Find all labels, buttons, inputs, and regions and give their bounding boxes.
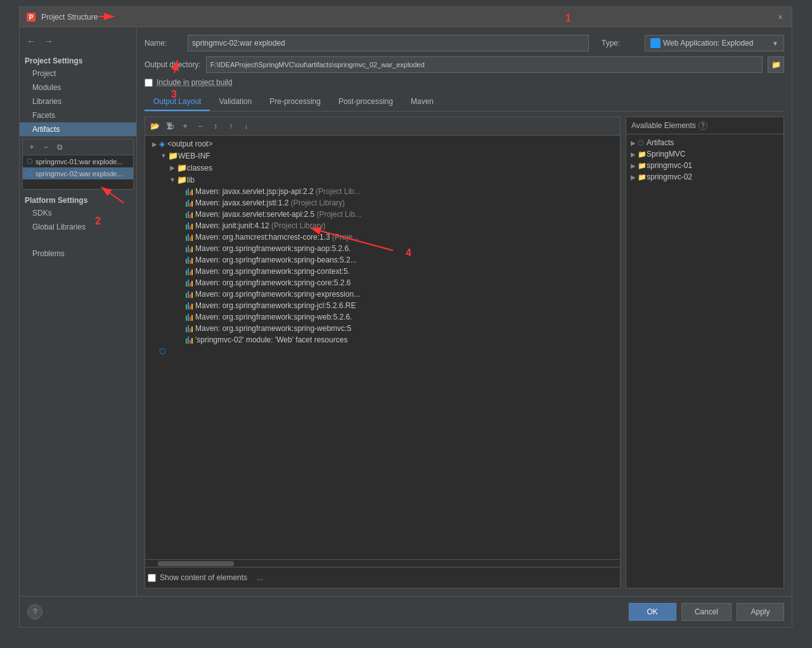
jar-icon	[186, 257, 193, 264]
tree-node-jar[interactable]: Maven: org.springframework:spring-core:5…	[145, 277, 620, 288]
archive-icon: 🗜	[166, 122, 174, 131]
include-build-checkbox[interactable]	[145, 79, 153, 87]
horizontal-scrollbar[interactable]	[145, 559, 620, 567]
avail-node-label: SpringMVC	[647, 150, 685, 159]
folder-icon: 📁	[177, 163, 187, 172]
expand-icon: ▶	[629, 139, 638, 146]
tree-node-jar[interactable]: Maven: junit:junit:4.12 (Project Library…	[145, 220, 620, 231]
artifact-copy-button[interactable]: ⧉	[53, 141, 66, 153]
chevron-down-icon: ▼	[772, 40, 778, 47]
tree-node-jar[interactable]: Maven: org.springframework:spring-aop:5.…	[145, 243, 620, 254]
tree-node-label: Maven: junit:junit:4.12 (Project Library…	[195, 221, 325, 230]
sidebar-nav: ← →	[20, 32, 136, 50]
tree-node-lib[interactable]: ▼ 📁 lib	[145, 174, 620, 186]
show-content-checkbox[interactable]	[148, 574, 156, 582]
close-button[interactable]: ×	[775, 12, 785, 22]
tree-node-jar[interactable]: Maven: javax.servlet.jsp:jsp-api:2.2 (Pr…	[145, 186, 620, 197]
artifact-list-item[interactable]: ⬡ springmvc-02:war explode...	[23, 167, 133, 179]
sidebar-item-facets[interactable]: Facets	[20, 108, 136, 122]
sidebar-item-sdks[interactable]: SDKs	[20, 206, 136, 220]
show-content-label[interactable]: Show content of elements	[160, 573, 247, 582]
svg-text:P: P	[29, 14, 34, 21]
tree-node-jar[interactable]: Maven: org.springframework:spring-jcl:5.…	[145, 300, 620, 311]
archive-button[interactable]: 🗜	[163, 119, 177, 133]
avail-springmvc-node[interactable]: ▶ 📁 SpringMVC	[626, 148, 783, 160]
main-panel: Name: Type: Web Application: Exploded ▼ …	[137, 27, 792, 596]
tree-node-jar[interactable]: Maven: org.hamcrest:hamcrest-core:1.3 (P…	[145, 231, 620, 243]
avail-artifacts-node[interactable]: ▶ ⬡ Artifacts	[626, 137, 783, 148]
artifact-add-button[interactable]: +	[25, 141, 38, 153]
tree-node-classes[interactable]: ▶ 📁 classes	[145, 162, 620, 174]
browse-folder-button[interactable]: 📁	[768, 56, 784, 73]
add-element-button[interactable]: +	[178, 119, 192, 133]
nav-forward-button[interactable]: →	[42, 35, 55, 48]
move-down-button[interactable]: ↓	[239, 119, 253, 133]
sort-button[interactable]: ↕	[209, 119, 222, 133]
tab-maven[interactable]: Maven	[402, 93, 442, 111]
tree-node-jar[interactable]: Maven: org.springframework:spring-expres…	[145, 288, 620, 300]
ok-button[interactable]: OK	[629, 603, 676, 621]
tree-node-jar[interactable]: Maven: org.springframework:spring-web:5.…	[145, 311, 620, 323]
tree-node-output-root[interactable]: ▶ ◈ <output root>	[145, 138, 620, 150]
artifact-remove-button[interactable]: −	[39, 141, 52, 153]
type-icon	[650, 38, 661, 48]
tree-node-module-resource[interactable]: ▶ ⬡	[145, 346, 620, 357]
sort-icon: ↕	[214, 122, 217, 131]
sidebar: ← → Project Settings Project Modules Lib…	[20, 27, 137, 596]
tree-node-jar[interactable]: 'springmvc-02' module: 'Web' facet resou…	[145, 334, 620, 346]
jar-icon	[186, 291, 193, 298]
arrow-down-icon: ↓	[244, 122, 248, 131]
tree-node-jar[interactable]: Maven: javax.servlet:servlet-api:2.5 (Pr…	[145, 209, 620, 220]
tree-node-jar[interactable]: Maven: javax.servlet:jstl:1.2 (Project L…	[145, 197, 620, 209]
sidebar-item-project[interactable]: Project	[20, 67, 136, 81]
tab-output-layout[interactable]: Output Layout	[145, 93, 210, 111]
cancel-button[interactable]: Cancel	[681, 603, 731, 621]
avail-springmvc01-node[interactable]: ▶ 📁 springmvc-01	[626, 160, 783, 171]
tab-post-processing[interactable]: Post-processing	[330, 93, 402, 111]
help-icon[interactable]: ?	[699, 121, 707, 130]
apply-button[interactable]: Apply	[737, 603, 784, 621]
sidebar-item-global-libraries[interactable]: Global Libraries	[20, 220, 136, 234]
tree-node-label: Maven: org.springframework:spring-expres…	[195, 290, 360, 299]
tab-pre-processing[interactable]: Pre-processing	[261, 93, 330, 111]
expand-icon: ▼	[168, 176, 177, 183]
artifact-list-item[interactable]: ⬡ springmvc-01:war explode...	[23, 155, 133, 167]
type-selector[interactable]: Web Application: Exploded ▼	[645, 35, 784, 51]
help-button[interactable]: ?	[27, 604, 42, 619]
folder-icon: 📁	[177, 175, 187, 185]
sidebar-item-modules[interactable]: Modules	[20, 81, 136, 94]
remove-element-button[interactable]: −	[193, 119, 207, 133]
tree-node-label: WEB-INF	[178, 152, 210, 160]
output-tree[interactable]: ▶ ◈ <output root> ▼ 📁 WEB-INF	[145, 136, 620, 559]
sidebar-item-libraries[interactable]: Libraries	[20, 94, 136, 108]
tree-node-jar[interactable]: Maven: org.springframework:spring-webmvc…	[145, 323, 620, 334]
show-content-more-button[interactable]: ...	[254, 571, 266, 584]
tree-node-webinf[interactable]: ▼ 📁 WEB-INF	[145, 150, 620, 162]
jar-icon	[186, 245, 193, 252]
tab-validation[interactable]: Validation	[210, 93, 261, 111]
nav-back-button[interactable]: ←	[25, 35, 37, 48]
bottom-button-bar: ? OK Cancel Apply	[20, 596, 792, 627]
available-elements-header: Available Elements ?	[626, 117, 783, 134]
tree-node-jar[interactable]: Maven: org.springframework:spring-beans:…	[145, 254, 620, 266]
tab-bar: Output Layout Validation Pre-processing …	[145, 93, 784, 112]
tree-node-label: Maven: org.springframework:spring-contex…	[195, 267, 350, 276]
add-directory-button[interactable]: 📂	[148, 119, 162, 133]
available-tree: ▶ ⬡ Artifacts ▶ 📁 SpringMVC ▶	[626, 134, 783, 588]
output-tree-panel: 📂 🗜 + − ↕	[145, 117, 621, 588]
tree-node-jar[interactable]: Maven: org.springframework:spring-contex…	[145, 266, 620, 277]
expand-icon: ▶	[629, 174, 638, 181]
include-build-label[interactable]: Include in project build	[157, 78, 232, 87]
folder-icon: 📁	[638, 162, 647, 170]
move-up-button[interactable]: ↑	[224, 119, 238, 133]
folder-icon: 📁	[638, 150, 647, 159]
avail-springmvc02-node[interactable]: ▶ 📁 springmvc-02	[626, 171, 783, 183]
output-dir-input[interactable]	[206, 56, 763, 73]
tree-node-label: lib	[187, 176, 195, 185]
output-layout-panel: 📂 🗜 + − ↕	[145, 117, 784, 588]
app-icon: P	[26, 12, 36, 22]
name-input[interactable]	[188, 35, 589, 51]
sidebar-item-problems[interactable]: Problems	[20, 247, 136, 261]
sidebar-item-artifacts[interactable]: Artifacts	[20, 122, 136, 136]
tree-node-label: Maven: org.springframework:spring-web:5.…	[195, 313, 352, 321]
